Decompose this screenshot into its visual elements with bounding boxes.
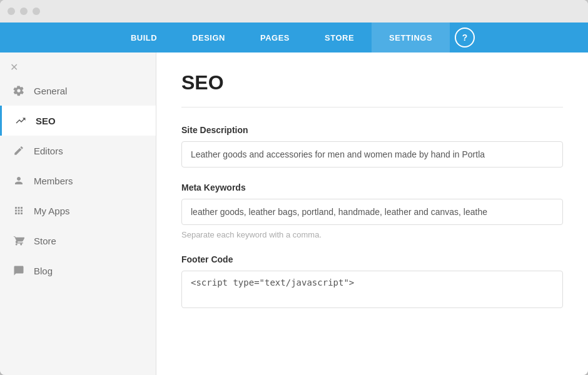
trend-icon bbox=[14, 114, 27, 127]
sidebar-myapps-label: My Apps bbox=[34, 206, 70, 216]
main-layout: ✕ General SEO bbox=[0, 52, 588, 375]
nav-store[interactable]: STORE bbox=[307, 22, 372, 52]
meta-keywords-section: Meta Keywords Separate each keyword with… bbox=[181, 182, 563, 239]
page-title: SEO bbox=[181, 71, 563, 94]
site-description-input[interactable] bbox=[181, 141, 563, 168]
sidebar-blog-label: Blog bbox=[34, 266, 53, 276]
chat-icon bbox=[13, 264, 25, 277]
sidebar-store-label: Store bbox=[34, 236, 56, 246]
sidebar-general-label: General bbox=[34, 86, 67, 96]
nav-build[interactable]: BUILD bbox=[113, 22, 175, 52]
sidebar: ✕ General SEO bbox=[0, 52, 156, 375]
site-description-label: Site Description bbox=[181, 125, 563, 135]
traffic-light-maximize[interactable] bbox=[33, 8, 40, 15]
help-button[interactable]: ? bbox=[455, 28, 475, 48]
cart-icon bbox=[13, 234, 25, 247]
sidebar-item-editors[interactable]: Editors bbox=[0, 136, 156, 166]
sidebar-item-store[interactable]: Store bbox=[0, 226, 156, 256]
sidebar-item-blog[interactable]: Blog bbox=[0, 256, 156, 286]
sidebar-item-general[interactable]: General bbox=[0, 76, 156, 106]
top-nav: BUILD DESIGN PAGES STORE SETTINGS ? bbox=[0, 22, 588, 52]
divider bbox=[181, 107, 563, 108]
sidebar-item-members[interactable]: Members bbox=[0, 166, 156, 196]
nav-pages[interactable]: PAGES bbox=[243, 22, 307, 52]
nav-design[interactable]: DESIGN bbox=[175, 22, 243, 52]
traffic-light-minimize[interactable] bbox=[20, 8, 28, 15]
site-description-section: Site Description bbox=[181, 125, 563, 168]
main-content: SEO Site Description Meta Keywords Separ… bbox=[156, 52, 588, 375]
pencil-icon bbox=[13, 144, 25, 157]
person-icon bbox=[13, 174, 25, 187]
nav-settings[interactable]: SETTINGS bbox=[372, 22, 450, 52]
meta-keywords-label: Meta Keywords bbox=[181, 182, 563, 192]
meta-keywords-input[interactable] bbox=[181, 199, 563, 225]
sidebar-seo-label: SEO bbox=[36, 116, 56, 126]
close-button[interactable]: ✕ bbox=[10, 61, 18, 73]
footer-code-textarea[interactable]: <script type="text/javascript"> bbox=[181, 271, 563, 308]
sidebar-item-seo[interactable]: SEO bbox=[0, 106, 156, 136]
meta-keywords-hint: Separate each keyword with a comma. bbox=[181, 230, 563, 239]
sidebar-members-label: Members bbox=[34, 176, 73, 186]
traffic-light-close[interactable] bbox=[8, 8, 15, 15]
apps-icon bbox=[13, 204, 25, 217]
sidebar-editors-label: Editors bbox=[34, 146, 63, 156]
footer-code-section: Footer Code <script type="text/javascrip… bbox=[181, 254, 563, 311]
sidebar-close-area: ✕ bbox=[0, 52, 156, 76]
app-window: BUILD DESIGN PAGES STORE SETTINGS ? ✕ Ge… bbox=[0, 0, 588, 375]
footer-code-label: Footer Code bbox=[181, 254, 563, 264]
gear-icon bbox=[13, 84, 25, 97]
title-bar bbox=[0, 0, 588, 22]
sidebar-item-myapps[interactable]: My Apps bbox=[0, 196, 156, 226]
